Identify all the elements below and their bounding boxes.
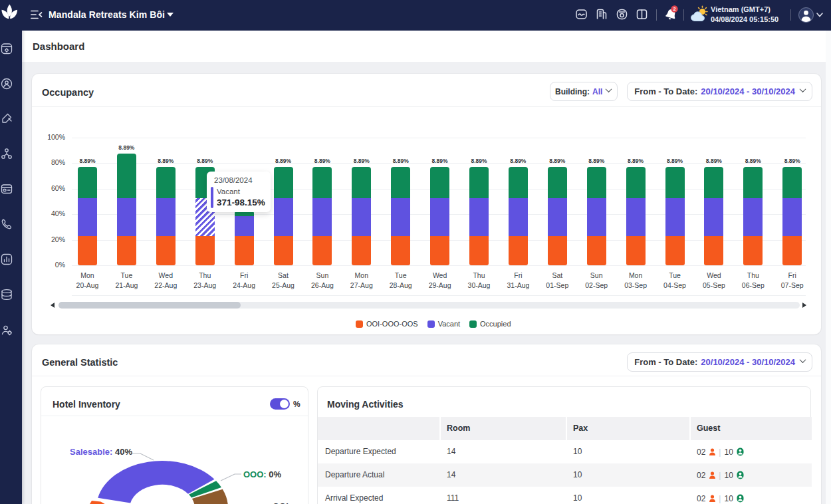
svg-text:2: 2	[673, 6, 675, 12]
